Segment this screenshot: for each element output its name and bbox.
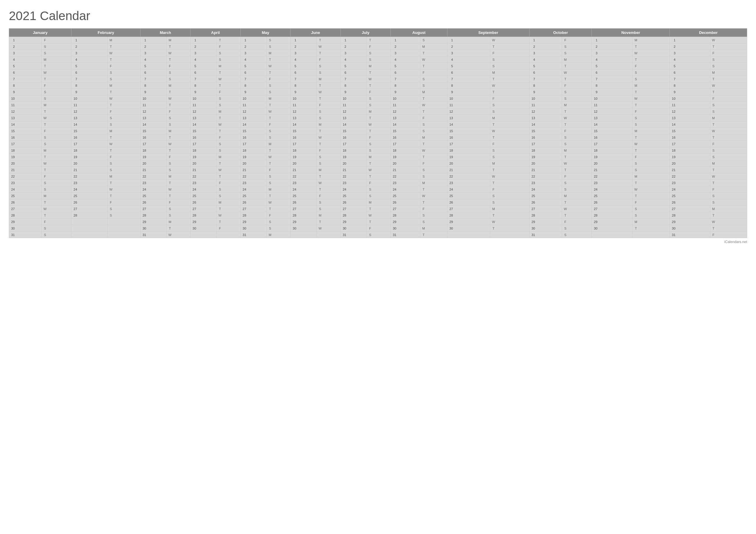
day-num-may-8: 8 xyxy=(240,82,267,89)
day-letter-august-3: T xyxy=(420,50,447,56)
day-num-september-4: 4 xyxy=(447,56,490,63)
day-letter-may-8: S xyxy=(267,82,291,89)
day-num-january-29: 29 xyxy=(9,218,41,225)
day-num-january-8: 8 xyxy=(9,82,41,89)
month-header-august: August xyxy=(391,29,447,37)
day-letter-april-8: T xyxy=(216,82,240,89)
day-num-april-28: 28 xyxy=(190,212,217,218)
day-num-november-29: 29 xyxy=(592,218,633,225)
day-num-february-16: 16 xyxy=(71,134,107,141)
day-num-march-4: 4 xyxy=(140,56,167,63)
day-letter-may-27: T xyxy=(267,206,291,212)
day-letter-february-15: M xyxy=(107,128,141,134)
day-letter-february-30 xyxy=(107,225,141,232)
day-num-march-31: 31 xyxy=(140,232,167,238)
day-num-july-9: 9 xyxy=(340,89,367,95)
day-letter-november-2: T xyxy=(633,43,670,50)
day-letter-august-28: S xyxy=(420,212,447,218)
day-num-february-12: 12 xyxy=(71,108,107,115)
day-num-march-11: 11 xyxy=(140,102,167,108)
day-num-march-27: 27 xyxy=(140,206,167,212)
day-num-february-28: 28 xyxy=(71,212,107,218)
day-letter-october-19: T xyxy=(562,154,592,160)
day-letter-september-22: W xyxy=(490,173,529,180)
day-letter-march-11: T xyxy=(167,102,190,108)
day-num-march-8: 8 xyxy=(140,82,167,89)
day-num-april-23: 23 xyxy=(190,180,217,186)
day-letter-february-6: S xyxy=(107,69,141,76)
day-letter-december-19: S xyxy=(710,154,747,160)
calendar-row-19: 19T19F19F19M19W19S19M19T19S19T19F19S xyxy=(9,154,747,160)
day-letter-february-8: M xyxy=(107,82,141,89)
day-num-may-17: 17 xyxy=(240,141,267,147)
day-num-october-10: 10 xyxy=(529,95,562,102)
day-num-april-20: 20 xyxy=(190,160,217,167)
day-num-april-14: 14 xyxy=(190,121,217,128)
day-num-november-14: 14 xyxy=(592,121,633,128)
day-num-february-18: 18 xyxy=(71,147,107,154)
day-letter-august-24: T xyxy=(420,186,447,193)
day-num-june-30: 30 xyxy=(291,225,317,232)
day-letter-november-15: M xyxy=(633,128,670,134)
calendar-row-25: 25M25T25T25S25T25F25S25W25S25M25T25S xyxy=(9,193,747,199)
day-num-august-31: 31 xyxy=(391,232,420,238)
day-letter-february-21: S xyxy=(107,167,141,173)
day-num-september-16: 16 xyxy=(447,134,490,141)
day-num-september-18: 18 xyxy=(447,147,490,154)
day-num-september-21: 21 xyxy=(447,167,490,173)
day-num-september-3: 3 xyxy=(447,50,490,56)
day-letter-june-18: F xyxy=(316,147,340,154)
day-num-february-26: 26 xyxy=(71,199,107,206)
day-letter-september-29: W xyxy=(490,218,529,225)
day-letter-may-6: T xyxy=(267,69,291,76)
day-letter-june-8: T xyxy=(316,82,340,89)
day-letter-august-12: T xyxy=(420,108,447,115)
day-num-september-24: 24 xyxy=(447,186,490,193)
day-num-august-5: 5 xyxy=(391,63,420,69)
day-num-july-3: 3 xyxy=(340,50,367,56)
day-letter-february-25: T xyxy=(107,193,141,199)
day-letter-january-11: M xyxy=(41,102,71,108)
day-num-february-13: 13 xyxy=(71,115,107,121)
day-num-june-25: 25 xyxy=(291,193,317,199)
day-num-december-25: 25 xyxy=(670,193,710,199)
day-letter-february-2: T xyxy=(107,43,141,50)
day-num-january-23: 23 xyxy=(9,180,41,186)
day-letter-january-7: T xyxy=(41,76,71,82)
day-num-march-20: 20 xyxy=(140,160,167,167)
day-letter-april-14: W xyxy=(216,121,240,128)
day-letter-march-16: T xyxy=(167,134,190,141)
day-letter-june-28: M xyxy=(316,212,340,218)
day-num-july-8: 8 xyxy=(340,82,367,89)
day-letter-march-20: S xyxy=(167,160,190,167)
day-letter-june-9: W xyxy=(316,89,340,95)
day-num-july-29: 29 xyxy=(340,218,367,225)
day-num-february-24: 24 xyxy=(71,186,107,193)
day-letter-july-20: T xyxy=(367,160,391,167)
day-num-june-21: 21 xyxy=(291,167,317,173)
day-letter-may-11: T xyxy=(267,102,291,108)
day-num-june-19: 19 xyxy=(291,154,317,160)
day-num-may-27: 27 xyxy=(240,206,267,212)
day-letter-september-26: S xyxy=(490,199,529,206)
day-letter-march-18: T xyxy=(167,147,190,154)
calendar-container: JanuaryFebruaryMarchAprilMayJuneJulyAugu… xyxy=(9,28,747,238)
day-letter-may-22: S xyxy=(267,173,291,180)
day-letter-august-6: F xyxy=(420,69,447,76)
day-num-june-18: 18 xyxy=(291,147,317,154)
day-num-december-3: 3 xyxy=(670,50,710,56)
day-num-november-7: 7 xyxy=(592,76,633,82)
day-letter-august-17: T xyxy=(420,141,447,147)
day-num-may-19: 19 xyxy=(240,154,267,160)
day-num-november-13: 13 xyxy=(592,115,633,121)
day-letter-december-23: T xyxy=(710,180,747,186)
calendar-row-21: 21T21S21S21W21F21M21W21S21T21T21S21T xyxy=(9,167,747,173)
day-letter-april-30: F xyxy=(216,225,240,232)
day-letter-january-23: S xyxy=(41,180,71,186)
day-letter-october-13: W xyxy=(562,115,592,121)
day-letter-march-6: S xyxy=(167,69,190,76)
day-letter-september-23: T xyxy=(490,180,529,186)
day-letter-may-30: S xyxy=(267,225,291,232)
day-num-november-26: 26 xyxy=(592,199,633,206)
day-num-march-16: 16 xyxy=(140,134,167,141)
